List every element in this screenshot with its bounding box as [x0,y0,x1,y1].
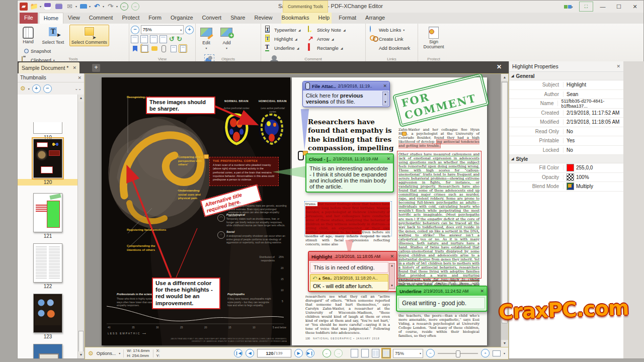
zoom-level-combo[interactable]: 75%▾ [141,25,184,34]
popup-body[interactable]: Click here for previous versions of this… [303,90,389,107]
popup-scrollbar[interactable]: ▲▼ [389,263,395,289]
prop-row-modified[interactable]: Modified2/19/2018, 11:18:05 AM [509,118,623,127]
popup-close-icon[interactable]: ✕ [480,289,484,294]
prop-row-author[interactable]: AuthorSean [509,90,623,100]
document-tab[interactable]: Sample Document * ✕ [19,62,79,73]
tab-home[interactable]: Home [39,13,63,24]
blend-mode-swatch[interactable] [567,183,574,190]
thumbnails-scrollbar[interactable]: ▲ ▼ [77,95,84,358]
popup-body[interactable]: This is in need of editing. [310,262,388,273]
scroll-up-icon[interactable]: ▲ [501,74,508,81]
fit-width-icon[interactable] [140,35,148,43]
bookmarks-pane-icon[interactable] [131,44,139,53]
tab-form[interactable]: Form [144,13,166,24]
file-attachment-popup[interactable]: File Attac.. 2/19/2018, 11:19.. ✕ Click … [302,81,390,107]
properties-pane-icon[interactable] [179,44,187,53]
prop-row-opacity[interactable]: Opacity100% [509,173,623,183]
popup-body[interactable]: Great writing - good job. [398,297,485,309]
zoom-slider-handle[interactable] [456,350,460,357]
minimize-button[interactable]: — [596,2,609,11]
zoom-slider[interactable] [438,353,478,354]
underline-popup[interactable]: Underline 2/19/2018, 11:24:52 AM ✕ Great… [396,286,488,312]
page-120[interactable]: Recognizing pain These images should be … [102,77,290,345]
select-text-button[interactable]: TSelect Text [40,25,66,46]
prop-row-name[interactable]: Name511fbb35-d270-4841-b1ffbaa137... [509,99,623,109]
thumbnail-120[interactable]: 120 [18,139,78,186]
prop-row-locked[interactable]: LockedNo [509,146,623,155]
comments-pane-icon[interactable] [150,44,158,53]
fill-color-swatch[interactable] [567,164,574,171]
strikethrough-text[interactable]: Children born with genes making it more … [398,279,479,283]
highlight-button[interactable]: THighlight◢ [264,34,302,43]
thumbnails-options-dropdown-icon[interactable]: ▾ [28,87,30,90]
thumbnail-124[interactable]: 124 [18,344,78,358]
scroll-down-icon[interactable]: ▼ [501,340,508,347]
thumbnails-options-icon[interactable]: ⚙ [20,85,26,92]
status-options-gear-icon[interactable]: ⚙ [88,350,94,357]
two-page-continuous-layout-icon[interactable] [382,349,390,357]
zoom-out-icon[interactable]: − [131,26,139,34]
undo-icon[interactable]: ↶ [92,2,102,11]
tab-help[interactable]: Help [314,13,335,24]
attachments-pane-icon[interactable] [159,44,168,53]
sticky-note-button[interactable]: Sticky Note◢ [306,25,347,34]
email-dropdown-icon[interactable]: ▾ [75,5,77,8]
tab-protect[interactable]: Protect [117,13,144,24]
tab-file[interactable]: File [20,13,38,24]
for-comment-stamp[interactable]: FOR COMMENT [392,73,490,127]
underline-button[interactable]: TUnderline◢ [264,43,302,52]
note-use-different-color[interactable]: Use a different color for these highligh… [152,278,220,309]
fit-mode-icon[interactable] [493,350,501,356]
last-page-icon[interactable]: ▶❙ [306,349,314,357]
close-button[interactable]: ✕ [628,2,641,11]
thumbnail-121[interactable]: 121 [18,193,78,239]
status-options-button[interactable]: Options... [97,351,116,356]
rectangle-button[interactable]: Rectangle◢ [306,43,347,52]
typewriter-button[interactable]: TTypewriter◢ [264,25,302,34]
column2-note-icon[interactable] [402,132,407,136]
close-document-icon[interactable]: ✕ [497,63,502,70]
thumbnails-pane-icon[interactable] [140,44,149,53]
tab-organize[interactable]: Organize [166,13,198,24]
page-number-field[interactable]: 120/139 [257,349,291,357]
thumbnails-zoom-in-icon[interactable]: + [32,84,41,93]
tab-review[interactable]: Review [250,13,277,24]
prop-row-printable[interactable]: PrintableYes [509,136,623,146]
fit-page-icon[interactable] [131,35,138,43]
stamp-tool-icon[interactable] [78,2,88,11]
previous-page-icon[interactable]: ◀ [246,349,254,357]
prop-row-subject[interactable]: SubjectHighlight [509,80,623,90]
next-page-icon[interactable]: ▶ [294,349,303,357]
tab-format[interactable]: Format [334,13,361,24]
document-tab-close-icon[interactable]: ✕ [72,65,76,70]
opacity-swatch[interactable] [567,173,574,181]
select-comments-button[interactable]: Select Comments [69,25,109,46]
thumbnail-123[interactable]: 123 [18,294,78,339]
sticky-note-marker-icon[interactable] [204,154,209,159]
rotate-cw-icon[interactable]: ↻ [177,36,182,43]
tab-comment[interactable]: Comment [85,13,118,24]
first-page-icon[interactable]: ❙◀ [234,349,243,357]
status-options-dropdown-icon[interactable]: ▾ [119,351,120,355]
single-page-layout-icon[interactable] [351,349,358,357]
properties-close-icon[interactable]: ✕ [616,64,620,69]
tab-view[interactable]: View [63,13,85,24]
web-links-button[interactable]: Web Links▾ [368,25,412,34]
arrow-button[interactable]: ↗Arrow◢ [306,34,347,43]
new-tab-button[interactable]: + [92,64,100,72]
section-general[interactable]: ◢General [509,72,623,80]
save-button[interactable] [43,2,52,11]
undo-dropdown-icon[interactable]: ▾ [103,5,104,8]
scroll-thumb[interactable] [502,82,508,323]
fit-visible-icon[interactable] [150,35,157,43]
note-images-sharper[interactable]: These images should be sharper. [146,97,215,114]
popup-close-icon[interactable]: ✕ [386,156,390,161]
thumbnails-scroll-thumb[interactable] [78,331,84,352]
popup-close-icon[interactable]: ✕ [390,254,394,259]
thumbnail-119[interactable]: 119 [18,122,78,140]
status-zoom-in-icon[interactable]: + [481,349,490,357]
red-highlighted-text[interactable]: But recent findings show that babies hav… [305,202,390,234]
nav-forward-icon[interactable]: → [130,2,140,11]
print-button[interactable] [54,2,63,11]
nav-back-icon[interactable]: ← [119,2,129,11]
